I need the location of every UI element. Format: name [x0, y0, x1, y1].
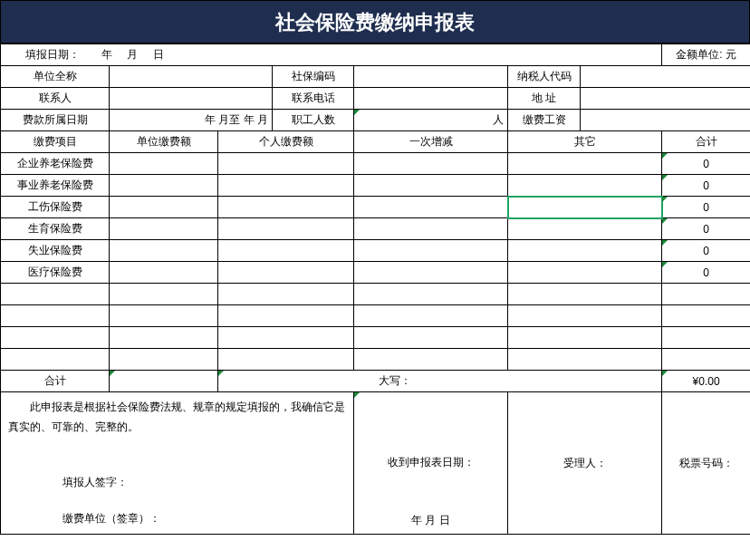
input-phone[interactable]: [354, 88, 508, 110]
row-period: 费款所属日期 年 月至 年 月 职工人数 人 缴费工资: [1, 110, 751, 131]
cell-unit[interactable]: [110, 175, 218, 197]
input-addr[interactable]: [581, 88, 751, 110]
cell-once[interactable]: [354, 153, 508, 175]
cell-once[interactable]: [354, 240, 508, 262]
label-emp-count: 职工人数: [273, 110, 354, 131]
input-period[interactable]: 年 月至 年 月: [110, 110, 273, 131]
item-label: 企业养老保险费: [1, 153, 110, 175]
cell-other[interactable]: [508, 262, 662, 284]
cell-other-selected[interactable]: [508, 197, 662, 218]
row-sum: 合计 大写： ¥0.00: [1, 371, 751, 392]
cell-unit[interactable]: [110, 240, 218, 262]
row-org: 单位全称 社保编码 纳税人代码: [1, 66, 751, 88]
label-addr: 地 址: [508, 88, 581, 110]
cell-pers[interactable]: [218, 218, 354, 240]
cell-unit[interactable]: [110, 153, 218, 175]
hdr-total: 合计: [662, 131, 750, 153]
row-item-3: 生育保险费 0: [1, 218, 751, 240]
row-empty: [1, 327, 751, 349]
item-label: 事业养老保险费: [1, 175, 110, 197]
tax-no-box: 税票号码：: [662, 392, 750, 535]
cell-total: 0: [662, 262, 750, 284]
sum-label: 合计: [1, 371, 110, 392]
cell-other[interactable]: [508, 175, 662, 197]
cell-unit[interactable]: [110, 197, 218, 218]
row-item-4: 失业保险费 0: [1, 240, 751, 262]
cell-once[interactable]: [354, 197, 508, 218]
label-tax-code: 纳税人代码: [508, 66, 581, 88]
recv-date-box: 收到申报表日期： 年 月 日: [354, 392, 508, 535]
label-contact: 联系人: [1, 88, 110, 110]
hdr-item: 缴费项目: [1, 131, 110, 153]
hdr-once: 一次增减: [354, 131, 508, 153]
label-phone: 联系电话: [273, 88, 354, 110]
cell-pers[interactable]: [218, 197, 354, 218]
sum-daxie: 大写：: [218, 371, 662, 392]
input-contact[interactable]: [110, 88, 273, 110]
cell-other[interactable]: [508, 153, 662, 175]
row-item-0: 企业养老保险费 0: [1, 153, 751, 175]
item-label: 失业保险费: [1, 240, 110, 262]
label-period: 费款所属日期: [1, 110, 110, 131]
fill-date-cell: 填报日期： 年 月 日: [1, 44, 662, 66]
item-label: 生育保险费: [1, 218, 110, 240]
item-label: 医疗保险费: [1, 262, 110, 284]
handler-box: 受理人：: [508, 392, 662, 535]
cell-pers[interactable]: [218, 153, 354, 175]
row-empty: [1, 284, 751, 305]
cell-pers[interactable]: [218, 262, 354, 284]
sum-total: ¥0.00: [662, 371, 750, 392]
amount-unit: 金额单位: 元: [662, 44, 750, 66]
cell-other[interactable]: [508, 218, 662, 240]
row-item-5: 医疗保险费 0: [1, 262, 751, 284]
cell-once[interactable]: [354, 175, 508, 197]
cell-pers[interactable]: [218, 175, 354, 197]
hdr-other: 其它: [508, 131, 662, 153]
cell-other[interactable]: [508, 240, 662, 262]
input-org-name[interactable]: [110, 66, 273, 88]
cell-unit[interactable]: [110, 262, 218, 284]
hdr-pers-pay: 个人缴费额: [218, 131, 354, 153]
input-tax-code[interactable]: [581, 66, 751, 88]
row-empty: [1, 349, 751, 371]
cell-total: 0: [662, 153, 750, 175]
form-table: 填报日期： 年 月 日 金额单位: 元 单位全称 社保编码 纳税人代码 联系人 …: [0, 43, 750, 535]
row-item-2: 工伤保险费 0: [1, 197, 751, 218]
row-declaration: 此申报表是根据社会保险费法规、规章的规定填报的，我确信它是真实的、可靠的、完整的…: [1, 392, 751, 535]
label-org-name: 单位全称: [1, 66, 110, 88]
cell-total: 0: [662, 218, 750, 240]
item-label: 工伤保险费: [1, 197, 110, 218]
cell-unit[interactable]: [110, 218, 218, 240]
row-item-1: 事业养老保险费 0: [1, 175, 751, 197]
input-emp-count[interactable]: 人: [354, 110, 508, 131]
label-ss-code: 社保编码: [273, 66, 354, 88]
row-contact: 联系人 联系电话 地 址: [1, 88, 751, 110]
cell-total: 0: [662, 175, 750, 197]
label-wage: 缴费工资: [508, 110, 581, 131]
hdr-unit-pay: 单位缴费额: [110, 131, 218, 153]
row-headers: 缴费项目 单位缴费额 个人缴费额 一次增减 其它 合计: [1, 131, 751, 153]
input-ss-code[interactable]: [354, 66, 508, 88]
cell-once[interactable]: [354, 218, 508, 240]
cell-once[interactable]: [354, 262, 508, 284]
row-fill-date: 填报日期： 年 月 日 金额单位: 元: [1, 44, 751, 66]
cell-total: 0: [662, 240, 750, 262]
sum-unit: [110, 371, 218, 392]
cell-total: 0: [662, 197, 750, 218]
cell-pers[interactable]: [218, 240, 354, 262]
declaration-text-box: 此申报表是根据社会保险费法规、规章的规定填报的，我确信它是真实的、可靠的、完整的…: [1, 392, 354, 535]
form-title: 社会保险费缴纳申报表: [0, 0, 750, 43]
input-wage[interactable]: [581, 110, 751, 131]
row-empty: [1, 305, 751, 327]
